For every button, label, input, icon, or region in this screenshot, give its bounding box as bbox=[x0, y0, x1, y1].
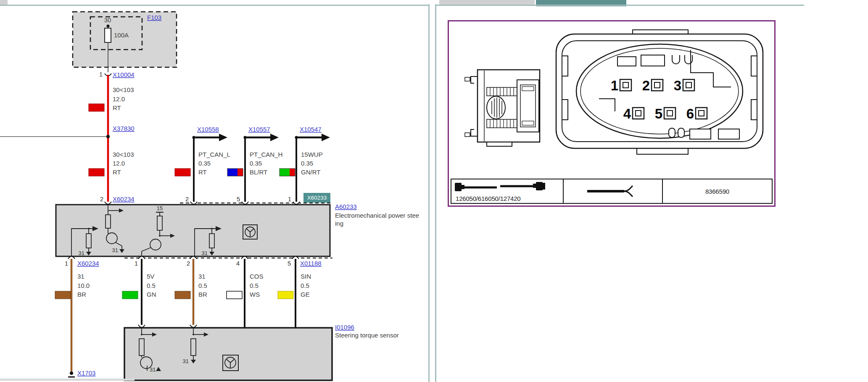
steering-wheel-icon bbox=[243, 225, 257, 239]
svg-text:BR: BR bbox=[198, 291, 207, 298]
svg-text:5V: 5V bbox=[147, 273, 154, 280]
a60233-link[interactable]: A60233 bbox=[335, 203, 357, 210]
svg-text:31: 31 bbox=[198, 273, 206, 280]
x1703-link[interactable]: X1703 bbox=[77, 369, 95, 377]
ground-31-label: 31 bbox=[183, 358, 189, 364]
cable-part-numbers: 126050/616050/127420 bbox=[456, 195, 521, 202]
pin-5-label: 5 bbox=[655, 106, 662, 121]
pin-socket-icon bbox=[138, 325, 145, 327]
svg-text:31: 31 bbox=[77, 273, 84, 280]
fuse-link[interactable]: F103 bbox=[147, 14, 161, 21]
pin-4-label: 4 bbox=[623, 106, 631, 121]
cable-cell: 126050/616050/127420 bbox=[451, 179, 564, 203]
wire-30-lower-label: 30<103 12.0 RT bbox=[89, 151, 134, 176]
branch-x10557: X10557 PT_CAN_H 0.35 BL/RT bbox=[227, 126, 282, 205]
wire-color-swatch-brown bbox=[55, 291, 71, 299]
x60234-bottom-link[interactable]: X60234 bbox=[77, 260, 99, 267]
w1-pin: 1 bbox=[65, 260, 68, 267]
pin-socket-icon bbox=[242, 202, 248, 204]
svg-text:WS: WS bbox=[250, 291, 260, 298]
socket-contact-icon bbox=[586, 185, 640, 198]
svg-text:30<103: 30<103 bbox=[113, 151, 134, 158]
fuse-icon bbox=[105, 28, 111, 42]
x10547-link[interactable]: X10547 bbox=[300, 126, 322, 133]
sensor-description: Steering torque sensor bbox=[335, 332, 399, 339]
svg-text:0.5: 0.5 bbox=[198, 282, 207, 289]
svg-text:30<103: 30<103 bbox=[113, 86, 134, 93]
offpage-arrow-icon bbox=[322, 134, 330, 141]
svg-text:X60233: X60233 bbox=[307, 195, 327, 201]
x60233-highlight-badge[interactable]: X60233 bbox=[303, 193, 330, 203]
part-number-cell: 8366590 bbox=[663, 179, 772, 203]
x60234-top-link[interactable]: X60234 bbox=[113, 195, 135, 203]
wire-color-swatch-red bbox=[89, 169, 104, 176]
wire-color-swatch-blue-red bbox=[227, 169, 243, 176]
ecu-box-a60233 bbox=[56, 205, 330, 256]
terminal-30-label: 30 bbox=[104, 16, 111, 24]
offpage-arrow-icon bbox=[270, 134, 279, 141]
svg-text:0.35: 0.35 bbox=[198, 160, 211, 167]
fuse-box-f103: 30 100A F103 bbox=[73, 12, 177, 72]
svg-text:RT: RT bbox=[198, 169, 207, 176]
svg-text:0.5: 0.5 bbox=[147, 282, 156, 289]
wire-color-swatch-red bbox=[175, 169, 190, 176]
svg-text:BR: BR bbox=[77, 291, 86, 298]
pin-6-label: 6 bbox=[686, 106, 694, 121]
wire-color-swatch-yellow bbox=[278, 291, 293, 299]
wire-color-swatch-green bbox=[122, 291, 138, 299]
ground-31-label: 31 bbox=[79, 250, 84, 256]
ground-31-label: 31 bbox=[150, 366, 156, 373]
ecu-top-pin: 2 bbox=[100, 196, 103, 203]
svg-text:COS: COS bbox=[250, 273, 264, 280]
w3-pin: 2 bbox=[187, 260, 190, 267]
wire-color-swatch-brown bbox=[175, 291, 190, 299]
branch2-pin: 5 bbox=[237, 196, 240, 203]
svg-text:RT: RT bbox=[113, 104, 121, 111]
right-panel-top-border bbox=[435, 5, 804, 6]
part-number: 8366590 bbox=[705, 188, 729, 195]
terminal-symbol-cell bbox=[564, 179, 663, 203]
wire-labels-bottom: 31 10.0 BR 5V 0.5 GN 31 0.5 BR COS 0.5 W… bbox=[55, 273, 311, 299]
pin-1-label: 1 bbox=[611, 78, 618, 93]
branch1-pin: 2 bbox=[185, 196, 189, 203]
offpage-arrow-icon bbox=[219, 134, 227, 141]
svg-text:GN: GN bbox=[147, 291, 156, 298]
steering-wheel-icon bbox=[223, 355, 238, 371]
x10557-link[interactable]: X10557 bbox=[248, 126, 270, 133]
svg-text:12.0: 12.0 bbox=[113, 95, 125, 103]
wire-color-swatch-red bbox=[89, 104, 104, 111]
branch-x10558: X10558 PT_CAN_L 0.35 RT bbox=[175, 126, 230, 205]
terminal-15-label: 15 bbox=[157, 205, 163, 211]
pin-socket-icon bbox=[105, 202, 111, 204]
branch3-pin: 1 bbox=[288, 196, 291, 203]
canvas-edge-strip bbox=[0, 379, 135, 381]
right-panel-inactive-tab[interactable] bbox=[439, 0, 535, 5]
w2-pin: 1 bbox=[135, 260, 138, 267]
wire-color-swatch-white bbox=[227, 291, 242, 299]
connector-x10004: 1 X10004 bbox=[99, 71, 135, 78]
pin-socket-icon bbox=[293, 202, 300, 204]
splice-dot bbox=[106, 135, 110, 138]
svg-text:0.35: 0.35 bbox=[250, 160, 262, 167]
pin-socket-icon bbox=[190, 202, 197, 204]
x10558-link[interactable]: X10558 bbox=[197, 126, 219, 133]
svg-text:SIN: SIN bbox=[301, 273, 311, 280]
ground-31-label: 31 bbox=[202, 250, 208, 256]
svg-text:PT_CAN_H: PT_CAN_H bbox=[250, 151, 282, 158]
svg-text:0.5: 0.5 bbox=[250, 282, 259, 289]
connector-footer-table: 126050/616050/127420 8366590 bbox=[451, 179, 773, 204]
svg-text:15WUP: 15WUP bbox=[301, 151, 323, 158]
ecu-description-line2: ing bbox=[335, 220, 343, 227]
svg-text:0.35: 0.35 bbox=[301, 160, 313, 167]
panel-divider-right-line bbox=[435, 4, 436, 382]
x01188-link[interactable]: X01188 bbox=[300, 260, 322, 267]
i01096-link[interactable]: I01096 bbox=[335, 324, 354, 331]
cable-icon bbox=[455, 182, 551, 193]
connector-detail-frame: 1 2 3 4 5 6 126050/616050/127420 bbox=[448, 20, 776, 207]
connector-side-view bbox=[460, 66, 546, 150]
x37830-link[interactable]: X37830 bbox=[113, 125, 135, 132]
wire-30-upper-label: 30<103 12.0 RT bbox=[89, 86, 134, 111]
wire-color-swatch-green-red bbox=[280, 169, 295, 176]
x10004-link[interactable]: X10004 bbox=[113, 71, 135, 78]
fuse-rating: 100A bbox=[114, 32, 129, 39]
